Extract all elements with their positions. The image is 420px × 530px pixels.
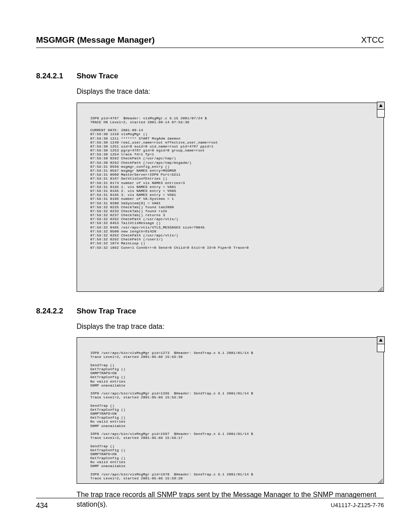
header-left: MSGMGR (Message Manager) [36,35,155,45]
footer-rule [36,498,384,498]
scroll-track[interactable] [377,110,385,118]
resize-grip-icon [377,286,383,291]
scroll-track[interactable] [377,344,385,352]
scroll-up-button[interactable] [377,102,385,110]
svg-line-3 [382,291,383,291]
trace-output-text: IDP0 pid=4767 $Header: vlsMsgMgr.c 8.15 … [77,103,383,252]
section1-intro: Displays the trace data: [77,87,384,96]
page-footer: 434 U41117-J-Z125-7-76 [36,498,384,510]
document-id: U41117-J-Z125-7-76 [331,502,384,510]
header-right: XTCC [361,35,384,45]
section-heading-show-trace: 8.24.2.1 Show Trace [36,72,384,81]
trace-output-box: IDP0 pid=4767 $Header: vlsMsgMgr.c 8.15 … [77,103,384,292]
svg-marker-0 [379,104,383,107]
scroll-up-button[interactable] [377,336,385,344]
running-header: MSGMGR (Message Manager) XTCC [36,35,384,45]
trap-trace-output-box: IDP0 /usr/apc/bin/vlsMsgMgr pid=1273 $He… [77,337,384,484]
section-number: 8.24.2.1 [36,72,68,81]
section2-intro: Displays the trap trace data: [77,322,384,331]
section-title: Show Trace [77,72,118,81]
section-number: 8.24.2.2 [36,307,68,316]
page-number: 434 [36,502,48,510]
svg-line-7 [382,482,383,483]
section-heading-show-trap-trace: 8.24.2.2 Show Trap Trace [36,307,384,316]
resize-handle[interactable] [377,285,383,291]
triangle-up-icon [379,103,383,108]
trap-trace-output-text: IDP0 /usr/apc/bin/vlsMsgMgr pid=1273 $He… [77,338,383,483]
svg-marker-4 [379,339,383,342]
resize-grip-icon [377,478,383,483]
triangle-up-icon [379,338,383,342]
resize-handle[interactable] [377,477,383,482]
header-rule [36,48,384,48]
section-title: Show Trap Trace [77,307,136,316]
